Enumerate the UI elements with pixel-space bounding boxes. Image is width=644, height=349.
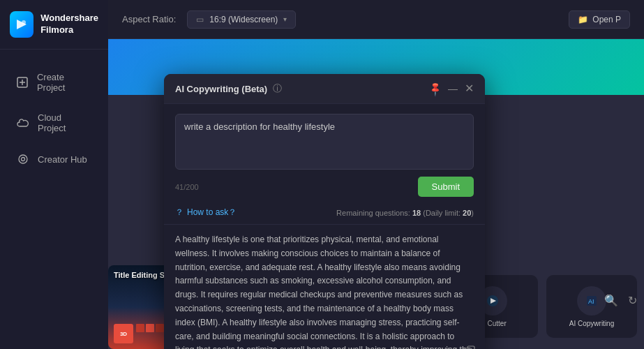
- create-project-icon: [17, 76, 29, 89]
- minimize-icon[interactable]: —: [448, 84, 458, 94]
- modal-title-row: AI Copywriting (Beta) ⓘ: [175, 82, 282, 95]
- sidebar-item-creator-hub[interactable]: Creator Hub: [4, 144, 104, 174]
- svg-point-5: [22, 158, 25, 161]
- topbar: Aspect Ratio: ▭ 16:9 (Widescreen) ▾ 📁 Op…: [108, 0, 644, 39]
- modal-header: AI Copywriting (Beta) ⓘ 📌 — ✕: [164, 74, 485, 104]
- chevron-down-icon: ▾: [283, 15, 287, 23]
- sidebar-item-label: Creator Hub: [38, 154, 87, 165]
- how-to-ask-link[interactable]: ？ How to ask？: [175, 207, 237, 218]
- modal-controls: 📌 — ✕: [429, 83, 474, 94]
- aspect-ratio-value: 16:9 (Widescreen): [209, 15, 278, 24]
- sidebar-item-label: Cloud Project: [38, 112, 91, 133]
- content-area: Title Editing Survey 3D: [108, 39, 644, 349]
- pin-icon[interactable]: 📌: [427, 80, 443, 96]
- result-area: A healthy lifestyle is one that prioriti…: [164, 225, 485, 349]
- question-icon: ？: [175, 207, 184, 218]
- app-name: Wondershare Filmora: [40, 13, 98, 36]
- topbar-right: 📁 Open P: [569, 10, 630, 29]
- sidebar-item-label: Create Project: [37, 72, 91, 93]
- modal-input-area: write a description for healthy lifestyl…: [164, 104, 485, 202]
- remaining-questions: Remaining questions: 18 (Daily limit: 20…: [336, 209, 474, 217]
- cloud-icon: [17, 117, 29, 129]
- sidebar-item-create-project[interactable]: Create Project: [4, 64, 104, 101]
- how-to-row: ？ How to ask？ Remaining questions: 18 (D…: [164, 202, 485, 225]
- info-icon[interactable]: ⓘ: [273, 82, 282, 95]
- close-icon[interactable]: ✕: [465, 83, 474, 94]
- svg-point-0: [22, 20, 26, 24]
- result-text: A healthy lifestyle is one that prioriti…: [175, 233, 474, 349]
- sidebar: Wondershare Filmora Create Project Cloud…: [0, 0, 108, 349]
- submit-button[interactable]: Submit: [418, 177, 474, 197]
- copy-icon[interactable]: [464, 346, 475, 349]
- open-project-label: Open P: [592, 15, 621, 24]
- main-area: Aspect Ratio: ▭ 16:9 (Widescreen) ▾ 📁 Op…: [108, 0, 644, 349]
- sidebar-nav: Create Project Cloud Project Creator Hub: [0, 50, 108, 188]
- open-project-button[interactable]: 📁 Open P: [569, 10, 630, 29]
- modal-overlay: AI Copywriting (Beta) ⓘ 📌 — ✕ write a de…: [108, 39, 644, 349]
- folder-icon: 📁: [578, 15, 588, 24]
- monitor-icon: ▭: [196, 15, 204, 24]
- aspect-ratio-dropdown[interactable]: ▭ 16:9 (Widescreen) ▾: [187, 10, 296, 29]
- sidebar-item-cloud-project[interactable]: Cloud Project: [4, 104, 104, 142]
- creator-hub-icon: [17, 153, 29, 165]
- aspect-ratio-label: Aspect Ratio:: [122, 14, 176, 24]
- prompt-input[interactable]: write a description for healthy lifestyl…: [175, 114, 474, 170]
- modal-title: AI Copywriting (Beta): [175, 84, 267, 94]
- logo-icon: [10, 11, 33, 38]
- svg-point-4: [19, 155, 27, 163]
- app-logo: Wondershare Filmora: [0, 0, 108, 50]
- ai-copywriting-modal: AI Copywriting (Beta) ⓘ 📌 — ✕ write a de…: [164, 74, 485, 349]
- input-footer: 41/200 Submit: [175, 177, 474, 197]
- how-to-ask-label: How to ask？: [187, 207, 237, 218]
- char-count: 41/200: [175, 183, 199, 191]
